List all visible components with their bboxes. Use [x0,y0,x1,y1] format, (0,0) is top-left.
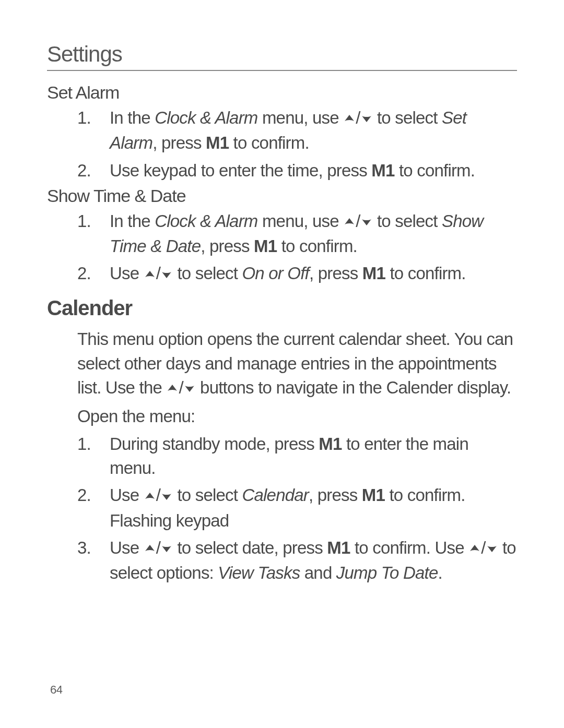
heading-calender: Calender [47,296,517,320]
calender-step-2: Use / to select Calendar, press M1 to co… [77,483,517,533]
arrow-up-down-icon: / [144,538,173,557]
show-time-step-2: Use / to select On or Off, press M1 to c… [77,261,517,287]
arrow-up-down-icon: / [144,264,173,283]
arrow-up-down-icon: / [343,211,372,231]
calender-steps: During standby mode, press M1 to enter t… [77,432,517,586]
arrow-up-down-icon: / [468,538,498,557]
subsection-set-alarm: Set Alarm [47,82,517,103]
calender-open-menu: Open the menu: [77,404,517,429]
calender-step-1: During standby mode, press M1 to enter t… [77,432,517,480]
page-number: 64 [50,683,62,697]
arrow-up-down-icon: / [166,378,195,397]
set-alarm-steps: In the Clock & Alarm menu, use / to sele… [77,106,517,183]
calender-step-3: Use / to select date, press M1 to confir… [77,536,517,586]
arrow-up-down-icon: / [144,485,173,505]
set-alarm-step-2: Use keypad to enter the time, press M1 t… [77,159,517,183]
set-alarm-step-1: In the Clock & Alarm menu, use / to sele… [77,106,517,156]
section-title-settings: Settings [47,42,517,71]
calender-intro: This menu option opens the current calen… [77,327,517,401]
show-time-steps: In the Clock & Alarm menu, use / to sele… [77,209,517,287]
subsection-show-time-date: Show Time & Date [47,186,517,206]
arrow-up-down-icon: / [343,108,372,127]
show-time-step-1: In the Clock & Alarm menu, use / to sele… [77,209,517,259]
